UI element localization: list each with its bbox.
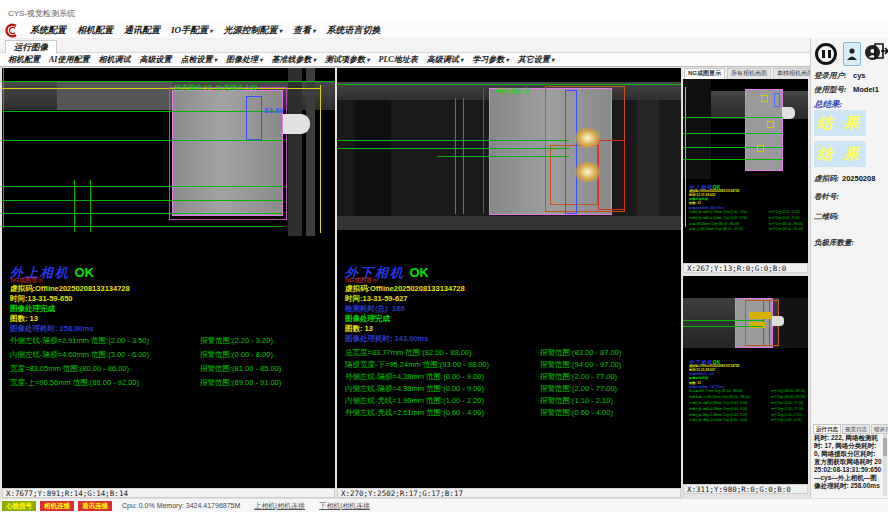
measure-text: 内侧左线-壳线=1.90mm 范围:(1.00 - 2.20) <box>345 396 484 405</box>
upper-camera-link[interactable]: 上相机|相机连接 <box>254 501 305 511</box>
camera-view-upper[interactable]: 静态阈值:93, 动态阈值:100 83.88 外上相机 OK NG成图显示 虚… <box>2 68 335 488</box>
highlight-blob <box>575 162 600 182</box>
measure-text: 总宽度=83.77mm 范围:(82.00 - 88.00) <box>345 348 472 357</box>
tool-plc-address-table[interactable]: PLC地址表 <box>379 54 418 65</box>
pin-number-label: 卷针号: <box>814 192 839 202</box>
measure-row: 外侧左线-隔膜=2.91mm 范围:(2.00 - 3.50)报警范围:(2.2… <box>10 336 335 350</box>
tool-spot-check[interactable]: 点检设置 <box>180 54 217 65</box>
tab-run-image[interactable]: 运行图像 <box>5 40 57 53</box>
tab-run-log[interactable]: 运行日志 <box>813 424 841 434</box>
ai-region-text: AI检测区域 <box>495 86 530 96</box>
alarm-text: 报警范围:(83.00 - 87.00) <box>540 348 621 358</box>
log-scrollbar[interactable] <box>883 434 887 496</box>
thumbnail-view-top[interactable]: 外上相机OK 虚拟码:Offline20250208133134728 时间:1… <box>683 79 808 263</box>
overlay-line-green <box>455 98 456 214</box>
edge-line <box>3 68 4 228</box>
overlay-line-green <box>463 98 464 214</box>
tab-all-cameras[interactable]: 所有相机画面 <box>727 68 771 79</box>
login-user-button[interactable] <box>843 42 861 66</box>
measure-row: 内侧左线-隔膜=4.60mm 范围:(3.00 - 6.00)报警范围:(0.0… <box>10 350 335 364</box>
dark-column <box>637 100 659 216</box>
tab-strip: 运行图像 <box>0 39 888 53</box>
virtual-code-line: 虚拟码:Offline20250208133134728 <box>10 284 330 294</box>
menu-bar: 系统配置 相机配置 通讯配置 IO手配置 光源控制配置 查看 系统语言切换 <box>0 22 888 39</box>
tool-test-item-params[interactable]: 测试项参数 <box>325 54 370 65</box>
gray-band <box>337 216 681 230</box>
measurement-rows: 外侧左线-隔膜=2.91mm 范围:(2.00 - 3.50)报警范围:(2.2… <box>10 336 335 392</box>
bottom-status-bar: 心跳信号 相机连接 通讯连接 Cpu: 0.0% Memory: 3424.41… <box>0 498 888 512</box>
tool-camera-debug[interactable]: 相机调试 <box>98 54 130 65</box>
tab-error-log[interactable]: 错误日志 <box>871 424 888 434</box>
pause-icon <box>828 50 831 58</box>
result-status: OK <box>409 265 429 280</box>
menu-item-view[interactable]: 查看 <box>293 24 316 37</box>
connector-tab <box>782 107 795 119</box>
model-label: 使用型号: <box>814 85 847 95</box>
measure-row: 内侧左线-隔膜=4.38mm 范围:(0.00 - 9.00)报警范围:(2.0… <box>345 384 675 396</box>
result-status: OK <box>74 265 94 280</box>
result-badge-1: 结 果 <box>814 110 866 136</box>
inner-box-red <box>598 140 625 210</box>
view-status-upper: X:7677;Y:891;R:14;G:14;B:14 <box>2 488 335 498</box>
tool-advanced-debug[interactable]: 高级调试 <box>427 54 464 65</box>
connector-tab <box>283 114 310 134</box>
tool-camera-config[interactable]: 相机配置 <box>8 54 40 65</box>
thumbnail-view-bottom[interactable]: 外下相机OK 虚拟码:Offline20250208133134728 时间:1… <box>683 276 808 484</box>
heartbeat-badge: 心跳信号 <box>2 501 36 511</box>
overlay-line-green <box>2 226 283 227</box>
alarm-text: 报警范围:(0.00 - 8.00) <box>200 350 273 360</box>
scrollbar-thumb[interactable] <box>883 438 887 456</box>
alarm-text: 报警范围:(89.00 - 91.00) <box>200 378 281 388</box>
window-title: CYS-视觉检测系统 <box>0 8 888 22</box>
menu-item-light-config[interactable]: 光源控制配置 <box>224 24 283 37</box>
tab-ng-image[interactable]: NG成图显示 <box>684 68 725 79</box>
menu-item-language-switch[interactable]: 系统语言切换 <box>327 24 381 37</box>
camera-result-line: 外上相机 OK <box>10 263 330 277</box>
dark-column <box>683 79 711 179</box>
app-window: CYS-视觉检测系统 系统配置 相机配置 通讯配置 IO手配置 光源控制配置 查… <box>0 0 888 522</box>
tool-image-processing[interactable]: 图像处理 <box>226 54 263 65</box>
overlay-line-green <box>683 320 763 321</box>
menu-item-system-config[interactable]: 系统配置 <box>30 24 66 37</box>
lower-camera-link[interactable]: 下相机|相机连接 <box>319 501 370 511</box>
overlay-line-green <box>2 213 283 214</box>
tab-vision-log[interactable]: 视觉日志 <box>842 424 870 434</box>
tool-ai-usage-config[interactable]: AI使用配置 <box>49 54 89 65</box>
dark-column <box>288 68 302 236</box>
mini-result-block: 外下相机OK 虚拟码:Offline20250208133134728 时间:1… <box>689 358 808 424</box>
overlay-line-green <box>2 111 283 112</box>
menu-item-io-config[interactable]: IO手配置 <box>171 24 213 37</box>
thumbnail-tabs: NG成图显示 所有相机画面 单独相机画面 <box>683 68 808 79</box>
threshold-overlay-text: 静态阈值:93, 动态阈值:100 <box>174 83 257 93</box>
alarm-text: 报警范围:(0.60 - 4.00) <box>540 408 613 418</box>
measure-row: 宽度-上=90.56mm 范围:(88.00 - 92.00)报警范围:(89.… <box>689 228 808 234</box>
menu-item-comm-config[interactable]: 通讯配置 <box>124 24 160 37</box>
overlay-line-green <box>337 140 569 141</box>
camera-view-lower[interactable]: AI检测区域 外下相机 OK NG成图显示 虚拟码:Offline2025020… <box>337 68 681 488</box>
gray-band <box>57 82 172 110</box>
overlay-line-green <box>2 200 283 201</box>
menu-item-camera-config[interactable]: 相机配置 <box>77 24 113 37</box>
mini-highlight-yellow <box>749 312 771 319</box>
alarm-text: 报警范围:(1.10 - 2.10) <box>540 396 613 406</box>
pause-button[interactable] <box>815 43 837 65</box>
logout-button[interactable] <box>873 41 888 61</box>
tool-advanced-settings[interactable]: 高级设置 <box>139 54 171 65</box>
logout-icon <box>873 42 888 60</box>
done-line: 图像处理完成 <box>345 314 665 324</box>
overlay-line-green <box>90 180 91 232</box>
mini-box-blue <box>774 93 780 107</box>
tool-baseline-params[interactable]: 基准线参数 <box>271 54 316 65</box>
alarm-text: 报警范围:(81.00 - 85.00) <box>200 364 281 374</box>
measure-text: 宽度=83.05mm 范围:(80.00 - 86.00) <box>10 364 129 373</box>
measure-box-blue <box>565 90 577 214</box>
highlight-blob <box>575 128 600 148</box>
camera-connect-badge: 相机连接 <box>40 501 74 511</box>
pause-icon <box>822 50 825 58</box>
log-text: 耗时: 222, 网络检测耗时: 17, 网络分类耗时: 0, 网络提取分区耗时… <box>814 434 882 496</box>
measure-box-blue <box>246 96 262 140</box>
overlay-line-green <box>683 117 783 118</box>
tool-learning-params[interactable]: 学习参数 <box>472 54 509 65</box>
tool-other-settings[interactable]: 其它设置 <box>518 54 555 65</box>
overlay-line-green <box>337 84 681 85</box>
